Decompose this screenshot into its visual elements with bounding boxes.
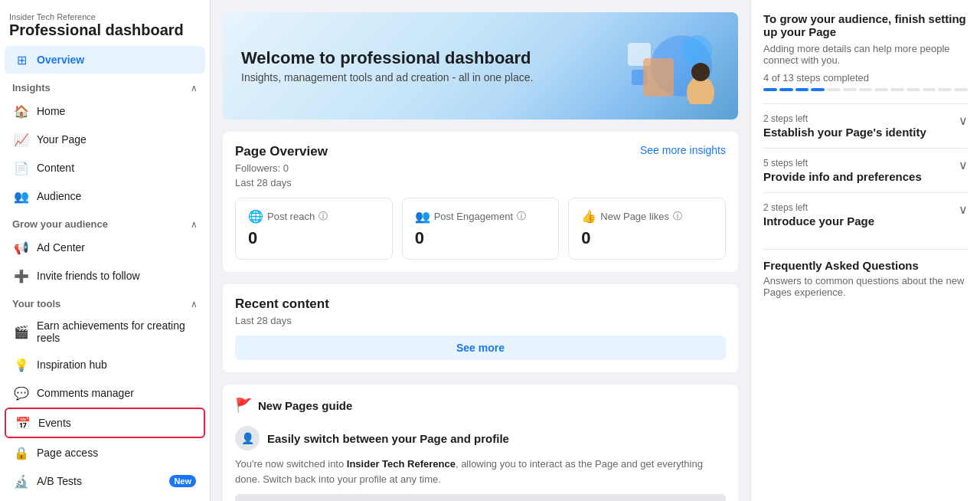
info-icon[interactable]: ⓘ — [673, 210, 682, 223]
post-reach-value: 0 — [248, 228, 380, 248]
section-grow-label: Grow your audience — [12, 218, 108, 230]
followers-info: Followers: 0 — [235, 162, 726, 174]
home-icon: 🏠 — [14, 103, 29, 119]
steps-left: 5 steps left — [763, 158, 922, 169]
progress-segment — [923, 88, 936, 91]
guide-section: 🚩 New Pages guide 👤 Easily switch betwee… — [223, 385, 738, 501]
content-wrap: Welcome to professional dashboard Insigh… — [211, 0, 980, 501]
comments-manager-icon: 💬 — [14, 385, 29, 401]
guide-item-header: 👤 Easily switch between your Page and pr… — [235, 426, 726, 450]
sidebar-item-audience[interactable]: 👥 Audience — [5, 182, 205, 210]
page-overview-section: Page Overview See more insights Follower… — [223, 132, 738, 272]
ab-tests-icon: 🔬 — [14, 473, 29, 489]
sidebar-item-label: Overview — [37, 54, 84, 66]
section-insights-label: Insights — [12, 82, 51, 93]
progress-segment — [811, 88, 825, 91]
sidebar-item-comments-manager[interactable]: 💬 Comments manager — [5, 379, 205, 407]
sidebar: Insider Tech Reference Professional dash… — [0, 0, 211, 501]
sidebar-item-overview[interactable]: ⊞ Overview — [5, 46, 205, 74]
sidebar-item-label: A/B Tests — [37, 475, 82, 487]
brand-header: Insider Tech Reference Professional dash… — [0, 9, 210, 45]
setup-step-header: 2 steps left Introduce your Page ∨ — [763, 202, 968, 228]
recent-content-date: Last 28 days — [235, 315, 726, 326]
banner-illustration — [567, 28, 720, 104]
faq-title: Frequently Asked Questions — [763, 259, 968, 272]
see-more-button[interactable]: See more — [235, 336, 726, 360]
progress-segment — [795, 88, 809, 91]
sidebar-item-label: Inspiration hub — [37, 359, 107, 371]
sidebar-item-home[interactable]: 🏠 Home — [5, 97, 205, 125]
section-tools-header: Your tools ∧ — [0, 290, 210, 313]
content-icon: 📄 — [14, 160, 29, 175]
sidebar-item-label: Page access — [37, 447, 98, 459]
new-page-likes-label: New Page likes — [600, 211, 669, 222]
progress-segment — [954, 88, 968, 91]
sidebar-item-invite-friends[interactable]: ➕ Invite friends to follow — [5, 262, 205, 290]
sidebar-item-label: Home — [37, 105, 65, 117]
sidebar-item-ab-tests[interactable]: 🔬 A/B Tests New — [5, 467, 205, 495]
page-overview-title: Page Overview — [235, 144, 328, 159]
sidebar-item-events[interactable]: 📅 Events — [5, 408, 205, 438]
center-column: Welcome to professional dashboard Insigh… — [211, 0, 750, 501]
page-access-icon: 🔒 — [14, 445, 29, 460]
see-more-insights-link[interactable]: See more insights — [640, 144, 726, 156]
desc-before: You're now switched into — [235, 458, 347, 470]
chevron-up-icon[interactable]: ∧ — [191, 219, 198, 230]
learn-how-button[interactable]: Learn how to switch — [235, 494, 726, 501]
expand-icon[interactable]: ∨ — [959, 202, 968, 217]
sidebar-item-inspiration-hub[interactable]: 💡 Inspiration hub — [5, 351, 205, 378]
faq-section: Frequently Asked Questions Answers to co… — [763, 249, 968, 298]
ad-center-icon: 📢 — [14, 240, 29, 255]
progress-segment — [906, 88, 920, 91]
setup-step-info: 5 steps left Provide info and preference… — [763, 148, 968, 192]
steps-info: 4 of 13 steps completed — [763, 72, 968, 84]
progress-segment — [827, 88, 841, 91]
brand-name: Insider Tech Reference — [347, 458, 456, 470]
chevron-up-icon[interactable]: ∧ — [191, 299, 198, 309]
setup-card-title: To grow your audience, finish setting up… — [763, 12, 968, 38]
progress-segment — [779, 88, 793, 91]
guide-item-title: Easily switch between your Page and prof… — [267, 432, 509, 445]
new-badge: New — [169, 475, 196, 487]
sidebar-item-your-page[interactable]: 📈 Your Page — [5, 126, 205, 153]
svg-rect-6 — [643, 58, 674, 97]
sidebar-item-moderation-assist[interactable]: 🛡️ Moderation Assist — [5, 496, 205, 501]
sidebar-item-ad-center[interactable]: 📢 Ad Center — [5, 234, 205, 261]
setup-step-header: 5 steps left Provide info and preference… — [763, 158, 968, 183]
events-icon: 📅 — [15, 415, 31, 431]
info-icon[interactable]: ⓘ — [318, 210, 328, 223]
setup-step-left: 5 steps left Provide info and preference… — [763, 158, 922, 183]
overview-icon: ⊞ — [14, 52, 29, 67]
new-page-likes-icon: 👍 — [581, 209, 596, 224]
sidebar-item-label: Content — [37, 162, 74, 174]
setup-step-left: 2 steps left Introduce your Page — [763, 202, 874, 228]
steps-left: 2 steps left — [763, 202, 874, 213]
sidebar-item-label: Earn achievements for creating reels — [37, 319, 196, 344]
info-icon[interactable]: ⓘ — [517, 210, 526, 223]
your-page-icon: 📈 — [14, 132, 29, 147]
audience-icon: 👥 — [14, 188, 29, 204]
expand-icon[interactable]: ∨ — [959, 158, 968, 172]
progress-segment — [859, 88, 873, 91]
sidebar-item-earn-achievements[interactable]: 🎬 Earn achievements for creating reels — [5, 313, 205, 350]
sidebar-item-content[interactable]: 📄 Content — [5, 154, 205, 182]
guide-header: 🚩 New Pages guide — [235, 397, 726, 414]
setup-step-left: 2 steps left Establish your Page's ident… — [763, 113, 926, 139]
welcome-text: Welcome to professional dashboard Insigh… — [241, 48, 533, 84]
post-reach-icon: 🌐 — [248, 209, 263, 224]
section-tools-label: Your tools — [12, 298, 60, 309]
guide-item-switch: 👤 Easily switch between your Page and pr… — [235, 426, 726, 501]
welcome-banner: Welcome to professional dashboard Insigh… — [223, 12, 738, 120]
expand-icon[interactable]: ∨ — [959, 113, 968, 128]
metric-label: 👥 Post Engagement ⓘ — [415, 209, 547, 224]
chevron-up-icon[interactable]: ∧ — [191, 83, 198, 93]
setup-card-desc: Adding more details can help more people… — [763, 43, 968, 66]
guide-item-desc: You're now switched into Insider Tech Re… — [235, 457, 726, 486]
section-insights-header: Insights ∧ — [0, 74, 210, 97]
sidebar-item-label: Ad Center — [37, 241, 85, 254]
sidebar-item-page-access[interactable]: 🔒 Page access — [5, 439, 205, 467]
sidebar-item-label: Your Page — [37, 133, 87, 146]
new-page-likes-value: 0 — [581, 228, 713, 248]
sidebar-item-label: Audience — [37, 190, 81, 202]
progress-segment — [874, 88, 888, 91]
